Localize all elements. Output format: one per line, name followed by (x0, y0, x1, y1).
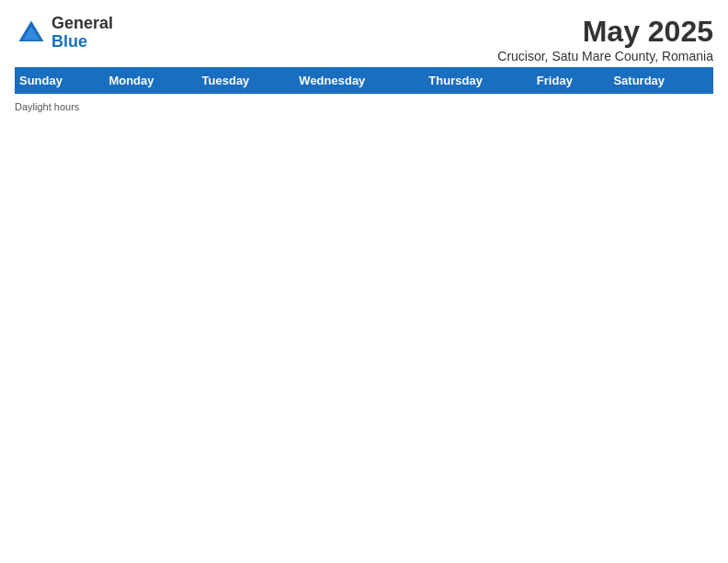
header-row: SundayMondayTuesdayWednesdayThursdayFrid… (16, 68, 713, 94)
page-header: General Blue May 2025 Crucisor, Satu Mar… (15, 15, 713, 63)
logo-general-text: General (51, 14, 113, 32)
header-saturday: Saturday (609, 68, 713, 94)
logo: General Blue (15, 15, 113, 52)
calendar-table: SundayMondayTuesdayWednesdayThursdayFrid… (15, 67, 713, 94)
title-block: May 2025 Crucisor, Satu Mare County, Rom… (497, 15, 713, 63)
header-friday: Friday (532, 68, 609, 94)
calendar-title: May 2025 (497, 15, 713, 49)
logo-icon (15, 17, 48, 50)
header-sunday: Sunday (16, 68, 105, 94)
daylight-hours-label: Daylight hours (15, 101, 79, 112)
header-tuesday: Tuesday (198, 68, 295, 94)
footer: Daylight hours (15, 101, 713, 112)
logo-blue-text: Blue (51, 32, 87, 51)
calendar-header: SundayMondayTuesdayWednesdayThursdayFrid… (16, 68, 713, 94)
header-thursday: Thursday (425, 68, 533, 94)
header-wednesday: Wednesday (295, 68, 425, 94)
header-monday: Monday (105, 68, 198, 94)
calendar-subtitle: Crucisor, Satu Mare County, Romania (497, 49, 713, 63)
